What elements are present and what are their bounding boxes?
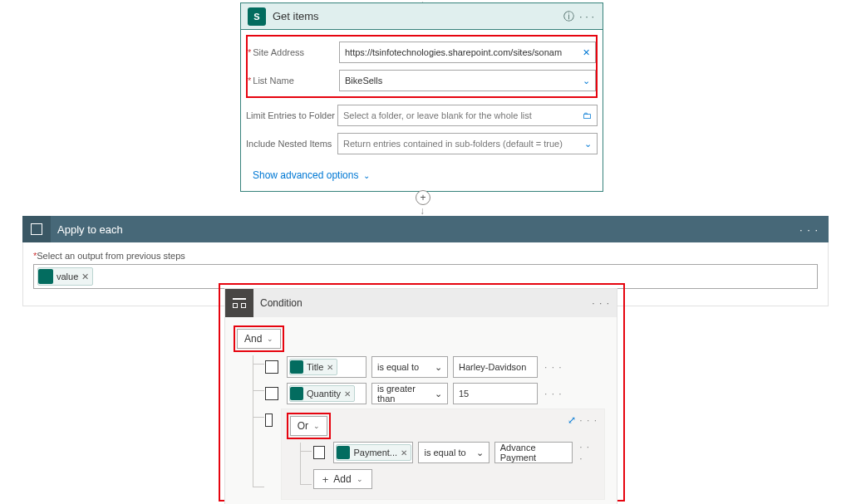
condition-row: Quantity✕ is greater than⌄ 15 · · ·: [265, 382, 605, 405]
nested-group-operator-dropdown[interactable]: Or⌄: [290, 416, 327, 436]
operator-dropdown[interactable]: is equal to⌄: [418, 442, 489, 463]
apply-to-each-header[interactable]: Apply to each · · ·: [22, 216, 829, 242]
clear-site-address-icon[interactable]: ✕: [583, 47, 590, 58]
row-checkbox[interactable]: [265, 360, 278, 374]
apply-to-each-menu-icon[interactable]: · · ·: [796, 223, 822, 236]
remove-token-icon[interactable]: ✕: [344, 389, 351, 399]
get-items-menu-icon[interactable]: · · ·: [578, 10, 596, 22]
collapse-icon[interactable]: ⤢: [568, 414, 576, 426]
remove-token-icon[interactable]: ✕: [401, 448, 407, 458]
chevron-down-icon: ⌄: [313, 422, 320, 430]
condition-row: Payment...✕ is equal to⌄ Advance Payment…: [313, 441, 596, 464]
nested-add-button[interactable]: + Add ⌄: [313, 469, 372, 489]
get-items-header[interactable]: S Get items ⓘ · · ·: [241, 3, 603, 30]
insert-step-button[interactable]: +: [416, 190, 430, 205]
site-address-row: *Site Address https://tsinfotechnologies…: [248, 40, 596, 65]
chevron-down-icon: ⌄: [357, 475, 363, 483]
token-sp-icon: [38, 269, 53, 284]
tree-line: [300, 451, 312, 452]
row-checkbox[interactable]: [265, 387, 278, 400]
condition-menu-icon[interactable]: · · ·: [592, 297, 610, 309]
nested-group-row: ⤢ · · · Or⌄ Payment..: [265, 409, 605, 500]
value-token[interactable]: value ✕: [37, 267, 93, 286]
get-items-title: Get items: [273, 10, 319, 22]
nested-items-row: Include Nested Items Return entries cont…: [246, 131, 598, 156]
tree-line: [300, 484, 312, 485]
nested-items-label: Include Nested Items: [246, 139, 337, 149]
show-advanced-options-link[interactable]: Show advanced options⌄: [241, 161, 381, 191]
condition-title: Condition: [260, 297, 303, 309]
list-name-row: *List Name BikeSells ⌄: [248, 68, 596, 93]
tree-line: [300, 443, 301, 484]
row-checkbox[interactable]: [265, 413, 273, 427]
chevron-down-icon: ⌄: [435, 389, 442, 399]
value-input[interactable]: 15: [453, 383, 538, 404]
help-icon[interactable]: ⓘ: [559, 9, 578, 24]
get-items-required-fields: *Site Address https://tsinfotechnologies…: [246, 35, 598, 98]
folder-picker-icon[interactable]: 🗀: [583, 110, 592, 120]
token-icon: [290, 360, 303, 374]
operator-dropdown[interactable]: is equal to⌄: [371, 356, 448, 378]
row-menu-icon[interactable]: · · ·: [544, 388, 563, 399]
chevron-down-icon: ⌄: [435, 362, 442, 373]
limit-folder-row: Limit Entries to Folder Select a folder,…: [246, 103, 598, 128]
token-icon: [290, 387, 303, 400]
nested-items-chevron-icon[interactable]: ⌄: [584, 139, 592, 149]
list-name-label: List Name: [253, 76, 294, 86]
limit-folder-label: Limit Entries to Folder: [246, 110, 337, 120]
chevron-down-icon: ⌄: [267, 335, 273, 343]
limit-folder-input[interactable]: Select a folder, or leave blank for the …: [337, 105, 598, 126]
list-name-chevron-icon[interactable]: ⌄: [583, 76, 590, 86]
field-token-input[interactable]: Title✕: [287, 356, 366, 378]
field-token-input[interactable]: Quantity✕: [287, 383, 366, 404]
site-address-label: Site Address: [253, 47, 304, 57]
site-address-input[interactable]: https://tsinfotechnologies.sharepoint.co…: [339, 42, 596, 63]
get-items-card: S Get items ⓘ · · · *Site Address https:…: [240, 2, 603, 192]
condition-card: Condition · · · And⌄ Title✕ is equal to⌄…: [224, 288, 617, 504]
chevron-down-icon: ⌄: [476, 448, 484, 458]
select-output-label: Select an output from previous steps: [37, 251, 185, 261]
group-operator-dropdown[interactable]: And⌄: [237, 329, 281, 349]
plus-icon: +: [322, 473, 329, 486]
list-name-input[interactable]: BikeSells ⌄: [339, 70, 596, 91]
loop-icon: [22, 216, 51, 242]
nested-condition-group: ⤢ · · · Or⌄ Payment..: [281, 409, 605, 500]
condition-header[interactable]: Condition · · ·: [225, 289, 617, 317]
remove-token-icon[interactable]: ✕: [327, 363, 333, 372]
token-icon: [337, 446, 350, 459]
flow-arrow-down-2: ↓: [420, 205, 425, 217]
apply-to-each-title: Apply to each: [57, 223, 123, 236]
remove-token-icon[interactable]: ✕: [81, 272, 89, 282]
condition-icon: [225, 289, 253, 317]
value-input[interactable]: Advance Payment: [494, 442, 573, 463]
row-menu-icon[interactable]: · · ·: [579, 441, 596, 464]
chevron-down-icon: ⌄: [363, 171, 370, 180]
field-token-input[interactable]: Payment...✕: [333, 442, 413, 463]
nested-items-input[interactable]: Return entries contained in sub-folders …: [337, 133, 598, 154]
row-checkbox[interactable]: [313, 446, 326, 459]
value-input[interactable]: Harley-Davidson: [453, 356, 538, 378]
sharepoint-icon: S: [248, 7, 266, 26]
condition-row: Title✕ is equal to⌄ Harley-Davidson · · …: [265, 355, 605, 379]
group-menu-icon[interactable]: · · ·: [579, 414, 598, 426]
operator-dropdown[interactable]: is greater than⌄: [371, 383, 448, 404]
row-menu-icon[interactable]: · · ·: [544, 361, 563, 373]
